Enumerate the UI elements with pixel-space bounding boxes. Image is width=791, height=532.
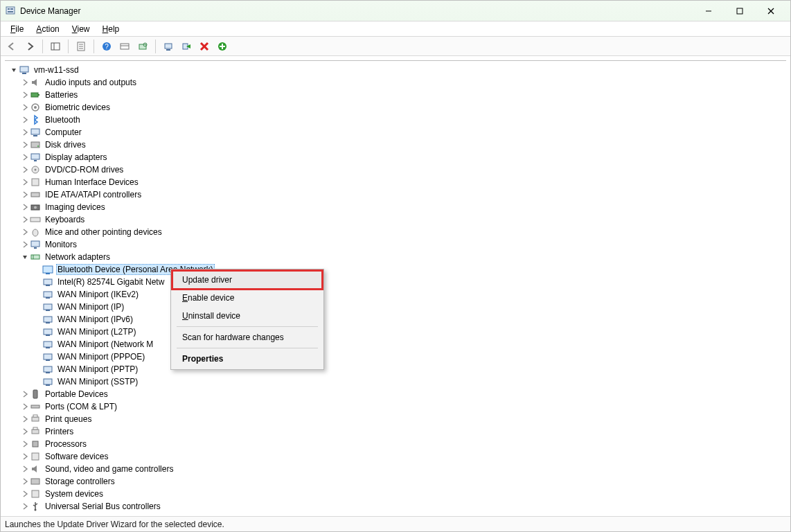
tree-category[interactable]: Disk drives bbox=[9, 139, 786, 151]
expander-icon[interactable] bbox=[20, 190, 30, 200]
tree-category[interactable]: Monitors bbox=[9, 238, 786, 251]
tree-category[interactable]: Batteries bbox=[9, 89, 786, 101]
forward-button[interactable] bbox=[21, 39, 38, 54]
expander-icon[interactable] bbox=[33, 314, 42, 324]
expander-icon[interactable] bbox=[20, 240, 30, 249]
expander-icon[interactable] bbox=[20, 115, 30, 125]
tree-category[interactable]: System devices bbox=[9, 488, 786, 500]
ctx-scan-hardware[interactable]: Scan for hardware changes bbox=[172, 328, 322, 346]
tree-device[interactable]: WAN Miniport (PPPOE) bbox=[9, 351, 786, 363]
tree-device[interactable]: Intel(R) 82574L Gigabit Netw bbox=[9, 276, 786, 288]
expander-icon[interactable] bbox=[9, 65, 19, 75]
expander-icon[interactable] bbox=[20, 452, 30, 461]
tree-category[interactable]: Human Interface Devices bbox=[9, 176, 786, 188]
expander-icon[interactable] bbox=[20, 215, 30, 224]
tree-category[interactable]: Network adapters bbox=[9, 251, 786, 263]
ctx-properties[interactable]: Properties bbox=[172, 350, 322, 368]
scan-hardware-button[interactable] bbox=[134, 39, 151, 54]
expander-icon[interactable] bbox=[33, 302, 42, 312]
expander-icon[interactable] bbox=[20, 140, 30, 150]
tree-category[interactable]: DVD/CD-ROM drives bbox=[9, 163, 786, 176]
tree-category[interactable]: Display adapters bbox=[9, 151, 786, 163]
expander-icon[interactable] bbox=[20, 402, 30, 411]
expander-icon[interactable] bbox=[33, 265, 42, 274]
tree-category[interactable]: Bluetooth bbox=[9, 114, 786, 126]
ctx-uninstall-device[interactable]: Uninstall device bbox=[172, 307, 322, 325]
ctx-update-driver[interactable]: Update driver bbox=[172, 271, 322, 289]
tree-device[interactable]: WAN Miniport (PPTP) bbox=[9, 363, 786, 375]
tree-category[interactable]: Computer bbox=[9, 126, 786, 139]
tree-device[interactable]: WAN Miniport (IP) bbox=[9, 301, 786, 313]
update-driver-button[interactable] bbox=[160, 39, 177, 54]
tree-category[interactable]: Sound, video and game controllers bbox=[9, 463, 786, 475]
add-hardware-button[interactable] bbox=[214, 39, 231, 54]
tree-node-label: Network adapters bbox=[44, 251, 112, 263]
tree-category[interactable]: Imaging devices bbox=[9, 201, 786, 213]
toolbar-icon[interactable] bbox=[116, 39, 133, 54]
tree-category[interactable]: Audio inputs and outputs bbox=[9, 76, 786, 89]
tree-category[interactable]: IDE ATA/ATAPI controllers bbox=[9, 188, 786, 201]
tree-device[interactable]: WAN Miniport (Network M bbox=[9, 338, 786, 351]
expander-icon[interactable] bbox=[33, 290, 42, 299]
tree-category[interactable]: Universal Serial Bus controllers bbox=[9, 500, 786, 513]
enable-device-button[interactable] bbox=[178, 39, 195, 54]
tree-category[interactable]: Mice and other pointing devices bbox=[9, 226, 786, 238]
expander-icon[interactable] bbox=[33, 327, 42, 337]
expander-icon[interactable] bbox=[20, 252, 30, 262]
tree-category[interactable]: Printers bbox=[9, 425, 786, 438]
expander-icon[interactable] bbox=[20, 127, 30, 137]
tree-category[interactable]: Storage controllers bbox=[9, 475, 786, 488]
menu-view[interactable]: View bbox=[66, 23, 96, 35]
expander-icon[interactable] bbox=[20, 464, 30, 474]
ctx-enable-device[interactable]: Enable device bbox=[172, 289, 322, 307]
tree-category[interactable]: Portable Devices bbox=[9, 388, 786, 400]
expander-icon[interactable] bbox=[20, 103, 30, 112]
expander-icon[interactable] bbox=[20, 177, 30, 187]
tree-device[interactable]: WAN Miniport (IKEv2) bbox=[9, 288, 786, 301]
expander-icon[interactable] bbox=[20, 414, 30, 424]
uninstall-device-button[interactable] bbox=[196, 39, 213, 54]
category-icon bbox=[30, 451, 41, 462]
expander-icon[interactable] bbox=[20, 427, 30, 436]
expander-icon[interactable] bbox=[20, 439, 30, 449]
expander-icon[interactable] bbox=[33, 377, 42, 387]
expander-icon[interactable] bbox=[20, 227, 30, 237]
tree-category[interactable]: Keyboards bbox=[9, 213, 786, 226]
tree-device[interactable]: WAN Miniport (IPv6) bbox=[9, 313, 786, 326]
back-button[interactable] bbox=[3, 39, 20, 54]
expander-icon[interactable] bbox=[20, 502, 30, 511]
tree-category[interactable]: Processors bbox=[9, 438, 786, 450]
menu-action[interactable]: Action bbox=[30, 23, 64, 35]
svg-rect-78 bbox=[33, 441, 38, 447]
maximize-button[interactable] bbox=[724, 1, 755, 21]
tree-category[interactable]: Software devices bbox=[9, 450, 786, 463]
expander-icon[interactable] bbox=[20, 389, 30, 399]
expander-icon[interactable] bbox=[20, 90, 30, 100]
close-button[interactable] bbox=[755, 1, 786, 21]
properties-button[interactable] bbox=[73, 39, 89, 54]
tree-category[interactable]: Print queues bbox=[9, 413, 786, 425]
expander-icon[interactable] bbox=[20, 165, 30, 175]
minimize-button[interactable] bbox=[693, 1, 724, 21]
menu-help[interactable]: Help bbox=[97, 23, 125, 35]
tree-device[interactable]: WAN Miniport (SSTP) bbox=[9, 375, 786, 388]
expander-icon[interactable] bbox=[20, 202, 30, 212]
tree-root[interactable]: vm-w11-ssd bbox=[9, 64, 786, 76]
expander-icon[interactable] bbox=[33, 352, 42, 362]
help-button[interactable]: ? bbox=[98, 39, 115, 54]
menu-file[interactable]: File bbox=[5, 23, 29, 35]
tree-category[interactable]: Ports (COM & LPT) bbox=[9, 400, 786, 413]
expander-icon[interactable] bbox=[33, 364, 42, 374]
expander-icon[interactable] bbox=[33, 277, 42, 287]
tree-device[interactable]: WAN Miniport (L2TP) bbox=[9, 326, 786, 338]
expander-icon[interactable] bbox=[20, 78, 30, 87]
expander-icon[interactable] bbox=[20, 152, 30, 162]
expander-icon[interactable] bbox=[33, 339, 42, 349]
expander-icon[interactable] bbox=[20, 489, 30, 499]
expander-icon[interactable] bbox=[20, 477, 30, 486]
tree-category[interactable]: Biometric devices bbox=[9, 101, 786, 114]
show-hide-tree-button[interactable] bbox=[47, 39, 64, 54]
device-tree-area[interactable]: vm-w11-ssdAudio inputs and outputsBatter… bbox=[5, 60, 786, 516]
tree-node-label: Monitors bbox=[44, 239, 78, 250]
tree-device[interactable]: Bluetooth Device (Personal Area Network) bbox=[9, 263, 786, 276]
